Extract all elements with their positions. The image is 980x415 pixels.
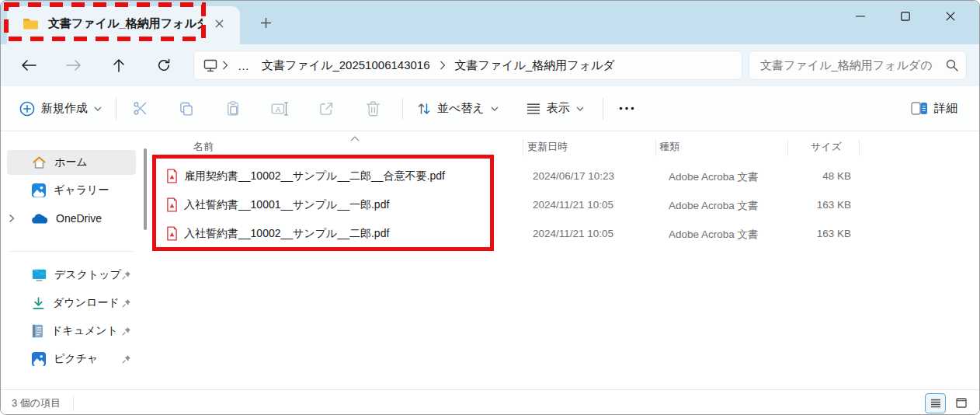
breadcrumb-segment-parent[interactable]: 文書ファイル_20251006143016 xyxy=(255,55,436,76)
more-options-button[interactable] xyxy=(610,93,644,124)
toolbar-divider xyxy=(116,98,116,120)
toolbar-divider xyxy=(603,98,603,120)
view-button[interactable]: 表示 xyxy=(519,95,592,122)
pdf-file-icon xyxy=(166,197,178,212)
plus-circle-icon xyxy=(19,101,35,117)
tab-title: 文書ファイル_格納用フォルダ xyxy=(48,16,203,31)
search-icon[interactable] xyxy=(946,59,958,71)
sidebar-item-desktop[interactable]: デスクトップ xyxy=(7,263,136,288)
pin-icon xyxy=(122,354,131,366)
column-divider[interactable] xyxy=(523,139,523,156)
command-toolbar: 新規作成 A 並べ替え xyxy=(1,86,979,131)
status-bar: 3 個の項目 xyxy=(1,389,979,415)
breadcrumb-segment-current[interactable]: 文書ファイル_格納用フォルダ xyxy=(449,55,621,76)
sidebar-item-label: ドキュメント xyxy=(51,324,118,338)
file-row[interactable]: 雇用契約書__10002__サンプル__二郎__合意不要.pdf 2024/06… xyxy=(150,162,979,191)
gallery-icon xyxy=(32,183,46,197)
sidebar-item-gallery[interactable]: ギャラリー xyxy=(7,178,136,203)
close-button[interactable] xyxy=(928,1,973,32)
sidebar-item-label: ピクチャ xyxy=(54,352,98,366)
details-pane-label: 詳細 xyxy=(934,101,957,116)
home-icon xyxy=(32,155,47,169)
share-icon xyxy=(318,101,334,117)
sidebar-item-documents[interactable]: ドキュメント xyxy=(7,319,136,344)
clipboard-icon xyxy=(225,100,241,117)
column-header-name[interactable]: 名前 xyxy=(193,140,214,154)
minimize-button[interactable] xyxy=(838,1,883,32)
breadcrumb-overflow[interactable]: … xyxy=(231,56,255,75)
column-header-size[interactable]: サイズ xyxy=(811,140,842,154)
sidebar-item-label: OneDrive xyxy=(56,212,102,225)
share-button[interactable] xyxy=(309,93,343,124)
trash-icon xyxy=(366,101,381,117)
tab-close-icon[interactable] xyxy=(209,14,229,34)
file-modified: 2024/11/21 10:05 xyxy=(533,228,613,239)
onedrive-cloud-icon xyxy=(32,213,48,224)
refresh-icon[interactable] xyxy=(147,51,181,79)
sidebar-item-onedrive[interactable]: OneDrive xyxy=(7,206,136,231)
download-icon xyxy=(32,297,45,310)
details-view-icon xyxy=(930,399,941,408)
pin-icon xyxy=(122,298,131,310)
pictures-icon xyxy=(32,352,46,366)
large-icons-view-toggle[interactable] xyxy=(950,393,971,413)
this-pc-icon[interactable] xyxy=(203,59,217,72)
file-size: 163 KB xyxy=(742,228,851,239)
sort-button[interactable]: 並べ替え xyxy=(409,95,506,122)
details-view-toggle[interactable] xyxy=(925,393,946,413)
new-tab-button[interactable] xyxy=(254,11,277,34)
paste-button[interactable] xyxy=(216,93,250,124)
pdf-file-icon xyxy=(166,169,178,183)
sidebar-item-label: デスクトップ xyxy=(54,268,121,282)
desktop-icon xyxy=(32,269,47,281)
file-row[interactable]: 入社誓約書__10002__サンプル__二郎.pdf 2024/11/21 10… xyxy=(150,220,979,249)
scissors-icon xyxy=(132,100,148,117)
file-explorer-window: 文書ファイル_格納用フォルダ xyxy=(0,0,980,415)
item-count: 3 個の項目 xyxy=(12,396,61,410)
svg-text:A: A xyxy=(276,105,281,113)
sort-button-label: 並べ替え xyxy=(437,101,485,116)
column-header-modified[interactable]: 更新日時 xyxy=(527,140,568,154)
toolbar-divider xyxy=(402,98,403,120)
copy-icon xyxy=(179,101,194,117)
large-icons-view-icon xyxy=(956,398,967,408)
list-lines-icon xyxy=(526,103,540,115)
column-divider[interactable] xyxy=(787,139,788,156)
ellipsis-icon xyxy=(619,106,634,110)
sidebar-scrollbar[interactable] xyxy=(144,148,147,230)
up-icon[interactable] xyxy=(102,51,136,79)
file-row[interactable]: 入社誓約書__10001__サンプル__一郎.pdf 2024/11/21 10… xyxy=(150,191,979,220)
navigation-pane: ホーム ギャラリー OneDrive xyxy=(1,131,150,389)
delete-button[interactable] xyxy=(356,93,390,124)
file-size: 163 KB xyxy=(742,199,851,211)
cut-button[interactable] xyxy=(123,93,157,124)
sidebar-item-home[interactable]: ホーム xyxy=(7,150,136,175)
forward-icon[interactable] xyxy=(57,51,91,79)
details-pane-button[interactable]: 詳細 xyxy=(903,95,965,122)
new-button[interactable]: 新規作成 xyxy=(12,95,109,123)
sidebar-item-label: ダウンロード xyxy=(53,296,120,310)
column-divider[interactable] xyxy=(655,139,656,156)
search-input[interactable]: 文書ファイル_格納用フォルダの xyxy=(749,51,967,80)
chevron-expand-icon[interactable] xyxy=(9,213,15,225)
chevron-right-icon xyxy=(436,61,449,70)
sidebar-item-pictures[interactable]: ピクチャ xyxy=(7,347,136,371)
rename-button[interactable]: A xyxy=(262,93,297,124)
document-icon xyxy=(32,324,43,338)
view-button-label: 表示 xyxy=(547,101,570,116)
file-name: 入社誓約書__10002__サンプル__二郎.pdf xyxy=(184,227,389,241)
address-bar[interactable]: … 文書ファイル_20251006143016 文書ファイル_格納用フォルダ xyxy=(193,51,742,80)
copy-button[interactable] xyxy=(169,93,203,124)
sort-arrows-icon xyxy=(417,102,431,116)
maximize-button[interactable] xyxy=(883,1,928,32)
navigation-bar: … 文書ファイル_20251006143016 文書ファイル_格納用フォルダ 文… xyxy=(1,44,979,86)
back-icon[interactable] xyxy=(12,51,46,79)
folder-icon xyxy=(23,17,39,30)
new-button-label: 新規作成 xyxy=(41,101,88,116)
column-header-type[interactable]: 種類 xyxy=(659,140,679,154)
chevron-down-icon xyxy=(94,106,102,111)
sidebar-item-downloads[interactable]: ダウンロード xyxy=(7,291,136,316)
column-divider[interactable] xyxy=(859,139,860,156)
pdf-file-icon xyxy=(166,226,178,241)
explorer-tab[interactable]: 文書ファイル_格納用フォルダ xyxy=(7,6,240,44)
